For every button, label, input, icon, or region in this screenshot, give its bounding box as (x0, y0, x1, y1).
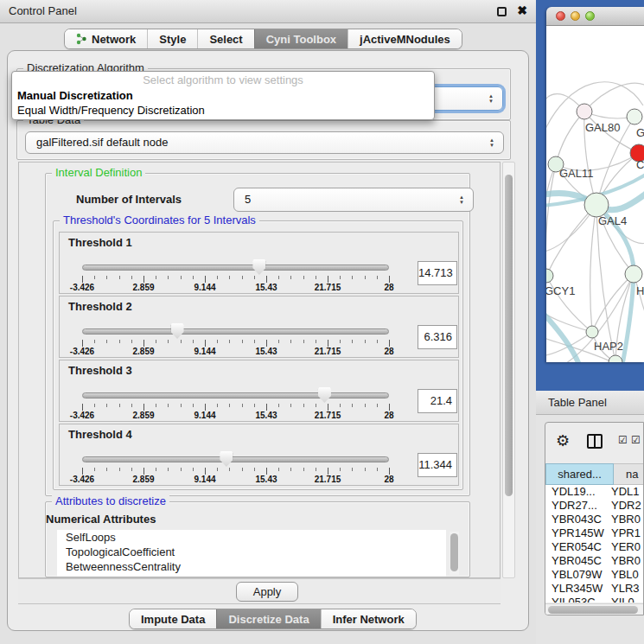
network-node[interactable] (625, 265, 642, 283)
column-header-name[interactable]: na (614, 463, 644, 485)
number-of-intervals-label: Number of Intervals (76, 188, 182, 212)
node-label: HAP2 (594, 340, 623, 353)
table-horizontal-scrollbar[interactable] (545, 603, 644, 615)
group-title: Interval Definition (52, 166, 145, 179)
interval-definition-group: Interval Definition Number of Intervals … (45, 173, 470, 496)
tab-jactivemnodules[interactable]: jActiveMNodules (348, 29, 462, 48)
threshold-value-field[interactable]: 14.713 (418, 261, 457, 285)
list-item[interactable]: BetweennessCentrality (57, 559, 446, 574)
threshold-value-field[interactable]: 21.4 (418, 389, 457, 413)
slider-thumb[interactable] (220, 451, 233, 467)
apply-button[interactable]: Apply (236, 582, 298, 602)
threshold-value-field[interactable]: 6.316 (418, 325, 457, 349)
spinner-icon: ▲▼ (459, 194, 464, 205)
threshold-4-panel: Threshold 4 -3.4262.8599.14415.4321.7152… (59, 424, 459, 486)
control-panel-titlebar: Control Panel ✖ (0, 0, 536, 23)
table-body: YDL19...YDL1YDR27...YDR2YBR043CYBR0YPR14… (545, 485, 644, 603)
table-panel-title: Table Panel (548, 396, 607, 409)
table-toolbar: ⚙ ☑ ☑ (545, 423, 644, 461)
table-row[interactable]: YDL19...YDL1 (545, 485, 644, 499)
table-data-combobox[interactable]: galFiltered.sif default node ▲▼ (25, 131, 504, 154)
table-row[interactable]: YIL053CYIL0 (545, 596, 644, 603)
table-row[interactable]: YBL079WYBL0 (545, 568, 644, 582)
control-panel-tabs: Network Style Select Cyni Toolbox jActiv… (64, 29, 462, 49)
network-node[interactable] (609, 355, 622, 362)
table-row[interactable]: YER054CYER0 (545, 540, 644, 554)
network-node[interactable] (577, 104, 592, 119)
zoom-traffic-light-icon[interactable] (585, 11, 595, 21)
screenshot-root: Control Panel ✖ Network Style Select Cyn… (0, 0, 644, 644)
slider-tick-labels: -3.4262.8599.14415.4321.71528 (82, 411, 389, 421)
numerical-attributes-list[interactable]: SelfLoopsTopologicalCoefficientBetweenne… (57, 530, 446, 577)
node-label: GAL4 (598, 214, 627, 227)
threshold-2-panel: Threshold 2 -3.4262.8599.14415.4321.7152… (59, 296, 459, 358)
number-of-intervals-combobox[interactable]: 5 ▲▼ (233, 188, 474, 212)
desktop-right: GAL80GCGAL11GAL4GCY1HHAP2 Table Panel ⚙ … (536, 0, 644, 644)
node-label: C (636, 158, 644, 171)
menu-item-equal-width-frequency[interactable]: Equal Width/Frequency Discretization (12, 103, 434, 118)
network-node[interactable] (584, 193, 609, 217)
table-row[interactable]: YBR043CYBR0 (545, 513, 644, 526)
slider-thumb[interactable] (252, 259, 265, 275)
slider-track[interactable] (82, 265, 389, 271)
network-icon (76, 33, 87, 45)
threshold-1-panel: Threshold 1 -3.4262.8599.14415.4321.7152… (59, 232, 459, 294)
tab-infer-network[interactable]: Infer Network (321, 609, 416, 628)
network-canvas[interactable]: GAL80GCGAL11GAL4GCY1HHAP2 (546, 26, 644, 362)
number-of-intervals-row: Number of Intervals 5 ▲▼ (76, 188, 445, 212)
spinner-icon: ▲▼ (489, 137, 494, 148)
table-row[interactable]: YLR345WYLR3 (545, 582, 644, 596)
panel-scrollbar[interactable] (502, 162, 515, 578)
attributes-group: Attributes to discretize Numerical Attri… (45, 501, 470, 577)
slider-track[interactable] (82, 392, 389, 399)
thresholds-group: Threshold's Coordinates for 5 Intervals … (53, 220, 463, 490)
slider-track[interactable] (82, 456, 389, 462)
close-traffic-light-icon[interactable] (556, 11, 565, 21)
float-window-icon[interactable] (497, 7, 507, 16)
tab-network[interactable]: Network (65, 29, 147, 48)
checkbox-icon[interactable]: ☑ (618, 434, 628, 446)
table-panel-area: ⚙ ☑ ☑ shared... na YDL19...YDL1YDR27...Y… (536, 415, 644, 644)
network-node[interactable] (586, 326, 598, 338)
threshold-3-panel: Threshold 3 -3.4262.8599.14415.4321.7152… (59, 360, 459, 422)
list-item[interactable]: TopologicalCoefficient (57, 545, 446, 559)
tab-style[interactable]: Style (147, 29, 197, 48)
network-graph: GAL80GCGAL11GAL4GCY1HHAP2 (546, 26, 644, 362)
checkbox-icon[interactable]: ☑ (631, 434, 641, 446)
slider-track[interactable] (82, 328, 389, 335)
settings-scroll-area: Interval Definition Number of Intervals … (18, 162, 501, 578)
cyni-toolbox-panel: Discretization Algorithm ▲▼ Select algor… (7, 50, 529, 631)
numerical-attributes-label: Numerical Attributes (46, 513, 156, 526)
column-header-shared-name[interactable]: shared... (545, 463, 614, 485)
threshold-value-field[interactable]: 11.344 (418, 453, 457, 477)
node-label: GAL11 (559, 167, 594, 180)
network-node[interactable] (627, 109, 642, 124)
table-row[interactable]: YPR145WYPR1 (545, 526, 644, 540)
tab-impute-data[interactable]: Impute Data (130, 609, 216, 628)
list-item[interactable]: SelfLoops (57, 530, 446, 545)
close-icon[interactable]: ✖ (517, 3, 527, 17)
minimize-traffic-light-icon[interactable] (571, 11, 580, 21)
network-window-titlebar (546, 7, 644, 26)
panel-title: Control Panel (9, 4, 77, 17)
tab-cyni-toolbox[interactable]: Cyni Toolbox (254, 29, 348, 48)
table-row[interactable]: YBR045CYBR0 (545, 554, 644, 568)
tab-discretize-data[interactable]: Discretize Data (216, 609, 320, 628)
slider-thumb[interactable] (171, 323, 184, 339)
network-view-window: GAL80GCGAL11GAL4GCY1HHAP2 (546, 7, 644, 362)
network-node[interactable] (546, 269, 553, 283)
group-title: Threshold's Coordinates for 5 Intervals (60, 214, 259, 226)
spinner-icon: ▲▼ (488, 93, 494, 104)
dropdown-hint: Select algorithm to view settings (12, 72, 434, 88)
table-data-group: Table Data galFiltered.sif default node … (16, 120, 511, 160)
tab-select[interactable]: Select (197, 29, 253, 48)
node-label: GAL80 (585, 121, 620, 134)
table-panel-titlebar: Table Panel (536, 391, 644, 415)
control-panel: Control Panel ✖ Network Style Select Cyn… (0, 0, 536, 644)
columns-icon[interactable] (587, 434, 603, 449)
menu-item-manual-discretization[interactable]: Manual Discretization (12, 88, 434, 103)
slider-thumb[interactable] (318, 387, 331, 403)
list-scrollbar[interactable] (450, 532, 459, 575)
gear-icon[interactable]: ⚙ (556, 433, 570, 449)
table-row[interactable]: YDR27...YDR2 (545, 499, 644, 513)
